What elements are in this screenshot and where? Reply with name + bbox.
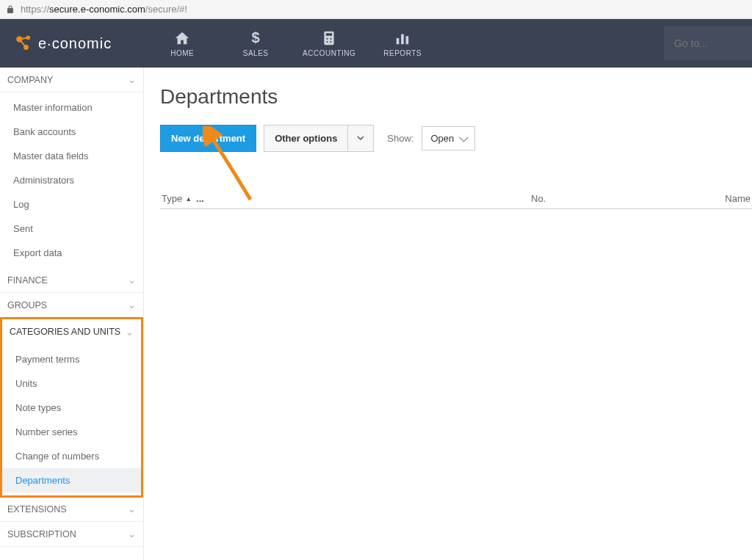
url-scheme: https://: [21, 4, 49, 15]
brand-name: e·conomic: [38, 35, 112, 52]
column-options-icon[interactable]: ...: [195, 193, 204, 204]
svg-rect-14: [406, 36, 409, 44]
sidebar-item-master-information[interactable]: Master information: [0, 95, 143, 120]
browser-url-bar: https://secure.e-conomic.com/secure/#!: [0, 0, 752, 19]
top-nav: HOME $ SALES ACCOUNTING REPORTS: [160, 30, 424, 57]
logo-mark-icon: [13, 33, 34, 54]
nav-sales[interactable]: $ SALES: [234, 30, 278, 57]
sidebar-item-payment-terms[interactable]: Payment terms: [2, 347, 141, 371]
sidebar-item-sent[interactable]: Sent: [0, 217, 143, 241]
sidebar-section-company: COMPANY ⌄ Master information Bank accoun…: [0, 68, 143, 268]
sidebar-item-departments[interactable]: Departments: [2, 468, 141, 492]
new-department-button[interactable]: New department: [160, 125, 256, 152]
sort-asc-icon[interactable]: ▲: [185, 195, 192, 203]
sidebar-section-categories-and-units: CATEGORIES AND UNITS ⌄ Payment terms Uni…: [0, 317, 143, 498]
sidebar-item-number-series[interactable]: Number series: [2, 420, 141, 444]
sidebar-item-units[interactable]: Units: [2, 371, 141, 396]
nav-label: ACCOUNTING: [303, 49, 355, 57]
column-type[interactable]: Type: [162, 193, 182, 204]
svg-rect-7: [326, 33, 332, 35]
sidebar-item-bank-accounts[interactable]: Bank accounts: [0, 120, 143, 144]
chevron-down-icon: ⌄: [128, 74, 136, 85]
toolbar: New department Other options Show: Open: [160, 125, 752, 152]
show-filter-value: Open: [431, 133, 455, 144]
url-host: secure.e-conomic.com: [49, 4, 145, 15]
section-header-company[interactable]: COMPANY ⌄: [0, 68, 143, 92]
sidebar: COMPANY ⌄ Master information Bank accoun…: [0, 68, 144, 560]
nav-label: SALES: [243, 49, 269, 57]
svg-point-10: [327, 40, 328, 42]
svg-rect-12: [397, 38, 400, 44]
section-title: EXTENSIONS: [7, 504, 67, 514]
other-options-button[interactable]: Other options: [264, 125, 374, 152]
lock-icon: [6, 5, 15, 14]
chevron-down-icon: ⌄: [128, 503, 136, 514]
sidebar-section-subscription: SUBSCRIPTION ⌄: [0, 522, 143, 547]
global-search-input[interactable]: [664, 26, 752, 60]
svg-line-4: [19, 39, 26, 47]
section-title: CATEGORIES AND UNITS: [10, 327, 120, 337]
nav-reports[interactable]: REPORTS: [380, 30, 424, 57]
show-filter-select[interactable]: Open: [422, 126, 476, 150]
svg-point-9: [330, 37, 332, 39]
dollar-icon: $: [247, 30, 264, 46]
chevron-down-icon: ⌄: [128, 274, 136, 286]
chevron-down-icon: ⌄: [126, 327, 134, 338]
column-name[interactable]: Name: [715, 193, 752, 204]
nav-label: REPORTS: [383, 49, 422, 57]
section-title: SUBSCRIPTION: [7, 529, 76, 539]
svg-text:$: $: [252, 30, 260, 46]
other-options-label: Other options: [264, 126, 347, 151]
sidebar-item-master-data-fields[interactable]: Master data fields: [0, 144, 143, 168]
svg-rect-13: [401, 34, 404, 44]
sidebar-item-change-of-numbers[interactable]: Change of numbers: [2, 444, 141, 468]
section-title: GROUPS: [7, 300, 47, 310]
calculator-icon: [322, 30, 336, 46]
chevron-down-icon[interactable]: [347, 126, 373, 151]
nav-home[interactable]: HOME: [160, 30, 204, 57]
chevron-down-icon: ⌄: [128, 299, 136, 310]
section-header-extensions[interactable]: EXTENSIONS ⌄: [0, 497, 143, 522]
home-icon: [173, 30, 191, 46]
show-label: Show:: [381, 133, 413, 144]
section-header-subscription[interactable]: SUBSCRIPTION ⌄: [0, 522, 143, 547]
sidebar-item-note-types[interactable]: Note types: [2, 396, 141, 420]
section-header-finance[interactable]: FINANCE ⌄: [0, 268, 143, 293]
app-header: e·conomic HOME $ SALES ACCOUNTING REPORT…: [0, 19, 752, 68]
sidebar-section-groups: GROUPS ⌄: [0, 293, 143, 318]
browser-url[interactable]: https://secure.e-conomic.com/secure/#!: [21, 4, 187, 15]
section-header-categories[interactable]: CATEGORIES AND UNITS ⌄: [2, 319, 141, 344]
table-header-row: Type ▲ ... No. Name: [160, 164, 752, 209]
svg-point-8: [327, 37, 328, 39]
svg-point-11: [330, 40, 332, 42]
page-title: Departments: [160, 85, 752, 109]
column-no[interactable]: No.: [531, 193, 715, 204]
section-header-groups[interactable]: GROUPS ⌄: [0, 293, 143, 318]
sidebar-item-log[interactable]: Log: [0, 192, 143, 217]
sidebar-section-extensions: EXTENSIONS ⌄: [0, 497, 143, 522]
sidebar-item-administrators[interactable]: Administrators: [0, 168, 143, 192]
main-content: Departments New department Other options…: [144, 68, 752, 560]
section-title: COMPANY: [7, 75, 53, 85]
sidebar-section-finance: FINANCE ⌄: [0, 268, 143, 293]
sidebar-item-export-data[interactable]: Export data: [0, 241, 143, 265]
nav-accounting[interactable]: ACCOUNTING: [307, 30, 351, 57]
bars-icon: [394, 30, 411, 46]
chevron-down-icon: ⌄: [128, 528, 136, 539]
brand-logo[interactable]: e·conomic: [13, 33, 112, 54]
nav-label: HOME: [170, 49, 194, 57]
url-path: /secure/#!: [145, 4, 187, 15]
section-title: FINANCE: [7, 275, 48, 286]
